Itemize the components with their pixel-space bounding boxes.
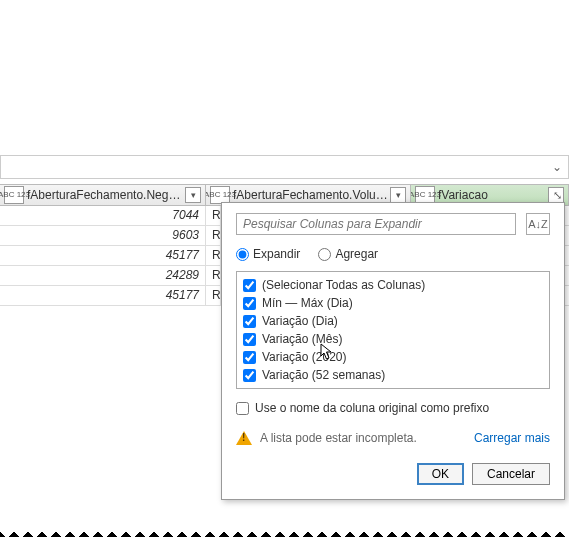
checkbox[interactable] (243, 369, 256, 382)
cell-spill: R: (206, 286, 221, 305)
list-item[interactable]: Variação (2020) (243, 348, 543, 366)
checkbox[interactable] (243, 351, 256, 364)
option-label: Variação (Mês) (262, 332, 342, 346)
search-input[interactable] (236, 213, 516, 235)
option-label: Variação (52 semanas) (262, 368, 385, 382)
image-cut-edge (0, 524, 569, 537)
cell-negocios[interactable]: 45177 (0, 286, 206, 305)
chevron-down-icon[interactable]: ⌄ (552, 160, 562, 174)
option-label: (Selecionar Todas as Colunas) (262, 278, 425, 292)
column-header-negocios[interactable]: ABC 123 fAberturaFechamento.Negócios ▾ (0, 185, 206, 205)
checkbox[interactable] (243, 297, 256, 310)
list-item[interactable]: (Selecionar Todas as Colunas) (243, 276, 543, 294)
column-label: fVariacao (438, 188, 546, 202)
list-item[interactable]: Variação (Dia) (243, 312, 543, 330)
formula-bar[interactable]: ⌄ (0, 155, 569, 179)
popup-buttons: OK Cancelar (222, 457, 564, 499)
column-label: fAberturaFechamento.Negócios (27, 188, 183, 202)
mode-radios: Expandir Agregar (222, 243, 564, 271)
prefix-checkbox[interactable] (236, 402, 249, 415)
column-label: fAberturaFechamento.Volume (233, 188, 388, 202)
filter-dropdown-icon[interactable]: ▾ (185, 187, 201, 203)
option-label: Variação (Dia) (262, 314, 338, 328)
radio-expand-input[interactable] (236, 248, 249, 261)
radio-aggregate[interactable]: Agregar (318, 247, 378, 261)
warning-row: A lista pode estar incompleta. Carregar … (222, 427, 564, 457)
ok-button[interactable]: OK (417, 463, 464, 485)
option-label: Mín — Máx (Dia) (262, 296, 353, 310)
warning-text: A lista pode estar incompleta. (260, 431, 466, 445)
cell-spill: R: (206, 266, 221, 285)
cell-spill: R: (206, 206, 221, 225)
prefix-option[interactable]: Use o nome da coluna original como prefi… (222, 399, 564, 427)
sort-icon[interactable]: A↓Z (526, 213, 550, 235)
columns-listbox: (Selecionar Todas as Colunas) Mín — Máx … (236, 271, 550, 389)
filter-dropdown-icon[interactable]: ▾ (390, 187, 406, 203)
radio-expand[interactable]: Expandir (236, 247, 300, 261)
prefix-label: Use o nome da coluna original como prefi… (255, 401, 489, 415)
checkbox[interactable] (243, 315, 256, 328)
cell-spill: R: (206, 226, 221, 245)
list-item[interactable]: Variação (Mês) (243, 330, 543, 348)
cell-negocios[interactable]: 9603 (0, 226, 206, 245)
checkbox[interactable] (243, 333, 256, 346)
list-item[interactable]: Variação (52 semanas) (243, 366, 543, 384)
load-more-link[interactable]: Carregar mais (474, 431, 550, 445)
expand-column-popup: A↓Z Expandir Agregar (Selecionar Todas a… (221, 202, 565, 500)
warning-icon (236, 431, 252, 445)
checkbox[interactable] (243, 279, 256, 292)
cell-spill: R: (206, 246, 221, 265)
expand-icon[interactable]: ⤡ (548, 187, 564, 203)
cell-negocios[interactable]: 7044 (0, 206, 206, 225)
radio-label: Expandir (253, 247, 300, 261)
list-item[interactable]: Mín — Máx (Dia) (243, 294, 543, 312)
cell-negocios[interactable]: 24289 (0, 266, 206, 285)
radio-label: Agregar (335, 247, 378, 261)
radio-aggregate-input[interactable] (318, 248, 331, 261)
type-icon: ABC 123 (4, 186, 24, 204)
cell-negocios[interactable]: 45177 (0, 246, 206, 265)
cancel-button[interactable]: Cancelar (472, 463, 550, 485)
option-label: Variação (2020) (262, 350, 347, 364)
